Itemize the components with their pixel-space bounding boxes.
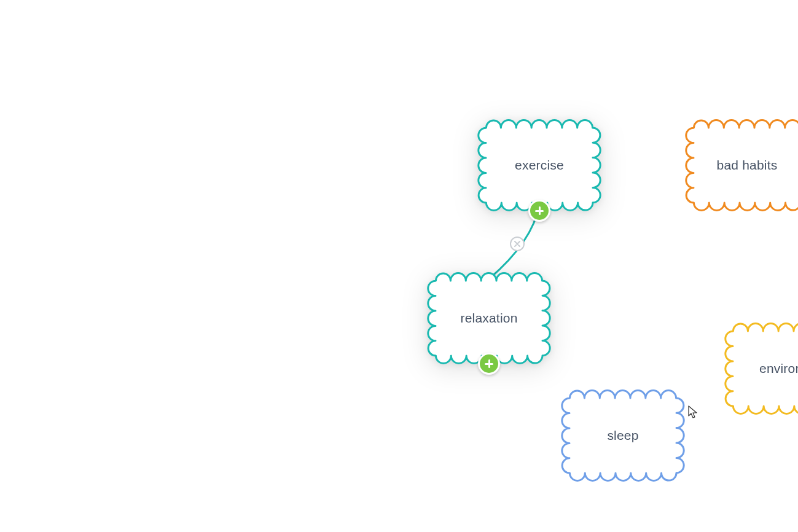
- node-exercise-label: exercise: [515, 158, 564, 173]
- node-relaxation[interactable]: relaxation: [426, 272, 552, 365]
- cursor-icon: [688, 405, 698, 419]
- node-sleep[interactable]: sleep: [560, 389, 686, 482]
- node-bad-habits[interactable]: bad habits: [684, 119, 798, 212]
- node-exercise[interactable]: exercise: [477, 119, 602, 212]
- node-bad-habits-label: bad habits: [717, 158, 778, 173]
- node-environment-label: environm: [759, 361, 798, 376]
- add-child-button[interactable]: [478, 353, 500, 375]
- node-environment[interactable]: environm: [724, 322, 798, 415]
- node-relaxation-label: relaxation: [460, 311, 517, 326]
- node-sleep-label: sleep: [607, 428, 638, 443]
- mindmap-canvas[interactable]: exercise relaxation sleep bad habits env…: [0, 0, 798, 532]
- delete-connector-button[interactable]: [510, 237, 525, 251]
- add-child-button[interactable]: [528, 200, 550, 222]
